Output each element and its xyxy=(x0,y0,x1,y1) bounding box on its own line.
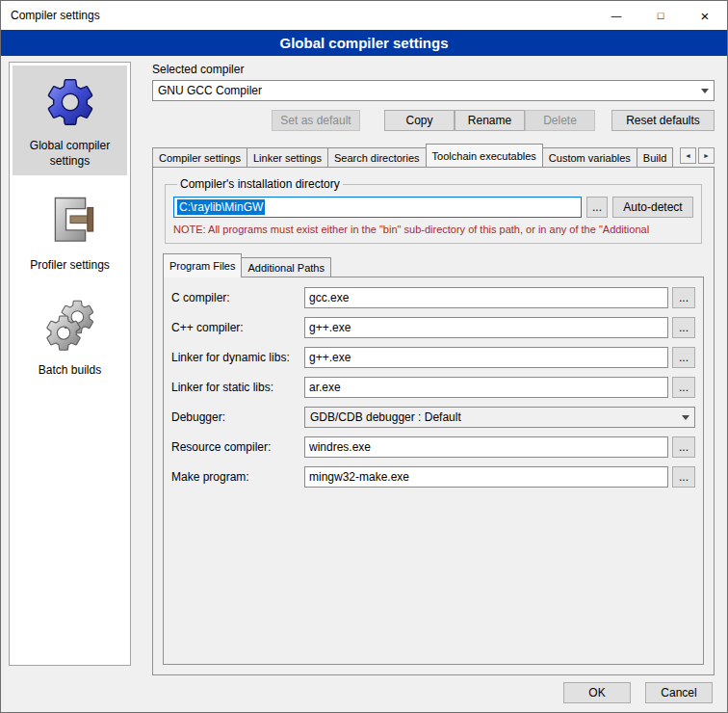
minimize-button[interactable]: — xyxy=(594,1,638,30)
tab-linker-settings[interactable]: Linker settings xyxy=(247,147,328,167)
auto-detect-button[interactable]: Auto-detect xyxy=(612,197,693,218)
maximize-button[interactable]: □ xyxy=(638,1,683,30)
compiler-buttons-row: Set as default Copy Rename Delete Reset … xyxy=(152,110,715,131)
programs-subtabstrip: Program Files Additional Paths xyxy=(163,253,704,277)
resource-compiler-browse-button[interactable]: ... xyxy=(672,436,695,458)
dynamic-linker-input[interactable] xyxy=(304,347,668,368)
chevron-down-icon xyxy=(696,81,714,100)
sidebar-item-label: Global compiler settings xyxy=(14,139,125,169)
make-program-input[interactable] xyxy=(304,466,668,488)
copy-button[interactable]: Copy xyxy=(384,110,455,131)
dialog-footer: OK Cancel xyxy=(563,682,713,703)
compiler-settings-dialog: Compiler settings — □ × Global compiler … xyxy=(0,0,728,713)
reset-defaults-button[interactable]: Reset defaults xyxy=(611,110,715,131)
cpp-compiler-row: C++ compiler: ... xyxy=(171,317,695,338)
installation-directory-value: C:\raylib\MinGW xyxy=(177,199,265,215)
sidebar: Global compiler settings Profiler settin xyxy=(9,62,131,666)
program-files-panel: C compiler: ... C++ compiler: ... Linker… xyxy=(163,277,704,665)
installation-directory-group: Compiler's installation directory C:\ray… xyxy=(165,177,702,244)
static-linker-row: Linker for static libs: ... xyxy=(171,377,695,398)
tab-scroll-arrows: ◄ ► xyxy=(680,147,715,167)
banner-title: Global compiler settings xyxy=(1,30,727,56)
make-program-row: Make program: ... xyxy=(171,466,695,488)
installation-directory-browse-button[interactable]: ... xyxy=(586,197,608,218)
window-controls: — □ × xyxy=(594,1,727,30)
chevron-down-icon xyxy=(677,408,694,427)
cancel-button[interactable]: Cancel xyxy=(645,682,713,703)
make-program-browse-button[interactable]: ... xyxy=(672,466,695,488)
debugger-dropdown[interactable]: GDB/CDB debugger : Default xyxy=(304,407,695,428)
rename-button[interactable]: Rename xyxy=(455,110,525,131)
resource-compiler-row: Resource compiler: ... xyxy=(171,436,695,458)
sidebar-item-label: Profiler settings xyxy=(14,258,125,274)
cpp-compiler-input[interactable] xyxy=(304,317,668,338)
dynamic-linker-label: Linker for dynamic libs: xyxy=(171,351,304,364)
resource-compiler-input[interactable] xyxy=(304,436,668,458)
tab-scroll-right-button[interactable]: ► xyxy=(698,147,715,164)
tabs-viewport: Compiler settings Linker settings Search… xyxy=(152,144,680,167)
c-compiler-input[interactable] xyxy=(304,287,668,308)
c-compiler-label: C compiler: xyxy=(171,291,304,304)
tab-toolchain-executables[interactable]: Toolchain executables xyxy=(426,144,543,167)
sidebar-item-label: Batch builds xyxy=(14,363,125,379)
set-as-default-button[interactable]: Set as default xyxy=(272,110,360,131)
subtab-additional-paths[interactable]: Additional Paths xyxy=(241,257,331,277)
c-compiler-row: C compiler: ... xyxy=(171,287,695,308)
debugger-row: Debugger: GDB/CDB debugger : Default xyxy=(171,407,695,428)
tab-compiler-settings[interactable]: Compiler settings xyxy=(152,147,247,167)
tab-custom-variables[interactable]: Custom variables xyxy=(542,147,637,167)
subtab-program-files[interactable]: Program Files xyxy=(163,253,242,277)
ok-button[interactable]: OK xyxy=(563,682,631,703)
note-text: NOTE: All programs must exist either in … xyxy=(173,224,693,235)
cpp-compiler-label: C++ compiler: xyxy=(171,321,304,334)
settings-tabstrip: Compiler settings Linker settings Search… xyxy=(152,144,715,167)
tab-search-directories[interactable]: Search directories xyxy=(327,147,427,167)
window-title: Compiler settings xyxy=(1,9,100,22)
static-linker-label: Linker for static libs: xyxy=(171,381,304,394)
titlebar: Compiler settings — □ × xyxy=(1,1,727,30)
installation-directory-group-title: Compiler's installation directory xyxy=(177,177,343,191)
batch-builds-gears-icon xyxy=(14,295,125,358)
selected-compiler-dropdown[interactable]: GNU GCC Compiler xyxy=(152,80,715,101)
cpp-compiler-browse-button[interactable]: ... xyxy=(672,317,695,338)
sidebar-item-global-compiler-settings[interactable]: Global compiler settings xyxy=(13,66,127,175)
tab-scroll-left-button[interactable]: ◄ xyxy=(680,147,696,164)
make-program-label: Make program: xyxy=(171,470,304,484)
dynamic-linker-row: Linker for dynamic libs: ... xyxy=(171,347,695,368)
installation-directory-row: C:\raylib\MinGW ... Auto-detect xyxy=(173,197,693,218)
debugger-label: Debugger: xyxy=(171,410,304,424)
selected-compiler-value: GNU GCC Compiler xyxy=(158,84,262,97)
close-button[interactable]: × xyxy=(683,1,727,30)
profiler-clamp-icon xyxy=(14,190,125,253)
resource-compiler-label: Resource compiler: xyxy=(171,440,304,454)
c-compiler-browse-button[interactable]: ... xyxy=(672,287,695,308)
toolchain-executables-panel: Compiler's installation directory C:\ray… xyxy=(152,167,715,675)
dynamic-linker-browse-button[interactable]: ... xyxy=(672,347,695,368)
main-content: Selected compiler GNU GCC Compiler Set a… xyxy=(143,61,721,675)
delete-button[interactable]: Delete xyxy=(525,110,595,131)
debugger-value: GDB/CDB debugger : Default xyxy=(310,410,461,424)
installation-directory-input[interactable]: C:\raylib\MinGW xyxy=(173,197,582,218)
selected-compiler-label: Selected compiler xyxy=(152,63,715,76)
global-compiler-settings-gear-icon xyxy=(14,70,125,134)
sidebar-item-batch-builds[interactable]: Batch builds xyxy=(13,290,127,385)
static-linker-browse-button[interactable]: ... xyxy=(672,377,695,398)
sidebar-item-profiler-settings[interactable]: Profiler settings xyxy=(13,185,127,280)
tab-build-options[interactable]: Build xyxy=(637,147,673,167)
static-linker-input[interactable] xyxy=(304,377,668,398)
